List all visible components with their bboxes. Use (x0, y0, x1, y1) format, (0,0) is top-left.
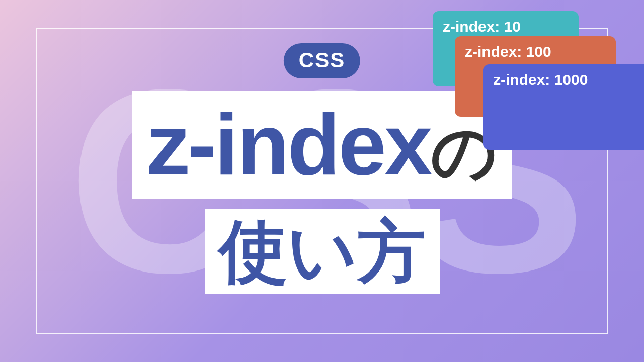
title-keyword: z-index (146, 90, 431, 199)
thumbnail-canvas: CSS CSS z-index の 使い方 z-index: 10 z-inde… (0, 0, 644, 362)
zindex-card-stack: z-index: 10 z-index: 100 z-index: 1000 (423, 11, 644, 142)
zindex-card-1000: z-index: 1000 (483, 64, 644, 150)
css-badge: CSS (284, 43, 360, 78)
title-subtitle: 使い方 (219, 209, 426, 294)
title-line-2: 使い方 (205, 209, 440, 294)
